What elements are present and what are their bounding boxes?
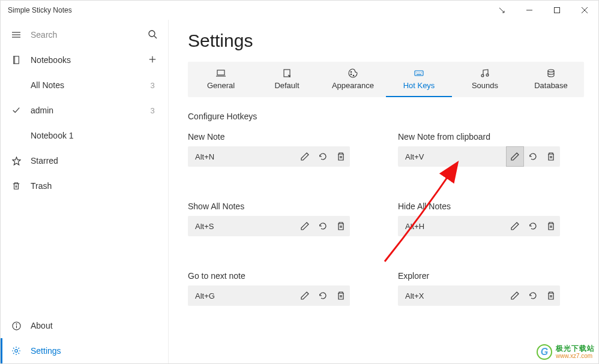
tab-hotkeys[interactable]: Hot Keys [386,62,452,97]
svg-line-8 [154,36,157,38]
hotkey-value: Alt+S [188,222,296,231]
edit-icon[interactable] [296,285,314,306]
hotkey-row: Alt+H [398,216,560,236]
hotkeys-grid: New Note Alt+N New Note from clipboard A… [188,132,560,306]
svg-point-20 [351,74,352,75]
edit-icon[interactable] [506,216,524,236]
tab-label: Default [274,81,299,90]
svg-point-21 [353,75,354,76]
search-placeholder: Search [31,30,146,40]
hotkey-new-note: New Note Alt+N [188,132,350,167]
search-row[interactable]: Search [1,22,168,47]
search-icon[interactable] [146,29,158,41]
tab-label: Database [534,81,568,90]
edit-icon[interactable] [506,146,524,167]
laptop-icon [215,68,226,79]
hotkey-label: New Note from clipboard [398,132,560,142]
hotkey-row: Alt+V [398,146,560,167]
add-notebook-icon[interactable] [146,55,158,65]
edit-icon[interactable] [296,216,314,236]
svg-rect-17 [217,70,224,75]
hotkey-label: New Note [188,132,350,142]
reset-icon[interactable] [524,216,542,236]
delete-icon[interactable] [542,216,560,236]
section-label: Configure Hotkeys [188,112,584,121]
svg-point-7 [149,31,155,37]
reset-icon[interactable] [524,285,542,306]
edit-icon[interactable] [506,285,524,306]
hotkey-label: Show All Notes [188,201,350,211]
hotkey-label: Go to next note [188,271,350,281]
delete-icon[interactable] [542,285,560,306]
delete-icon[interactable] [332,285,350,306]
hotkey-row: Alt+X [398,285,560,306]
tab-database[interactable]: Database [518,62,584,97]
admin-count: 3 [146,106,158,115]
notebooks-label: Notebooks [31,55,146,65]
titlebar: Simple Sticky Notes [1,1,598,20]
note-icon [281,68,292,79]
svg-rect-22 [415,71,423,76]
minimize-button[interactable] [516,1,543,20]
hotkey-explorer: Explorer Alt+X [398,271,560,306]
tab-sounds[interactable]: Sounds [452,62,518,97]
all-notes-count: 3 [146,81,158,90]
hotkey-row: Alt+S [188,216,350,236]
tab-default[interactable]: Default [254,62,320,97]
sidebar: Search Notebooks All Notes 3 admin 3 [1,20,169,363]
sidebar-item-about[interactable]: About [1,313,168,338]
settings-label: Settings [31,346,158,356]
sidebar-item-starred[interactable]: Starred [1,148,168,173]
tab-general[interactable]: General [188,62,254,97]
reset-icon[interactable] [314,216,332,236]
admin-label: admin [31,106,146,115]
star-icon [10,157,22,166]
keyboard-icon [414,68,424,79]
edit-icon[interactable] [296,146,314,167]
hotkey-value: Alt+G [188,291,296,300]
hotkey-label: Hide All Notes [398,201,560,211]
watermark-line2: www.xz7.com [556,353,595,359]
close-button[interactable] [571,1,598,20]
sidebar-item-settings[interactable]: Settings [1,338,168,363]
diagonal-arrow-icon[interactable] [488,1,516,20]
watermark: G 极光下载站 www.xz7.com [537,344,595,360]
hotkey-show-all: Show All Notes Alt+S [188,201,350,236]
notebook1-label: Notebook 1 [31,131,146,140]
svg-rect-1 [555,8,560,13]
reset-icon[interactable] [314,146,332,167]
sidebar-item-admin[interactable]: admin 3 [1,98,168,123]
all-notes-label: All Notes [31,80,146,90]
hotkey-value: Alt+X [398,291,506,300]
sidebar-item-trash[interactable]: Trash [1,173,168,198]
svg-point-19 [351,71,352,73]
hamburger-icon[interactable] [10,30,22,40]
hotkey-value: Alt+V [398,152,506,161]
hotkey-label: Explorer [398,271,560,281]
svg-point-15 [16,323,17,324]
window-title: Simple Sticky Notes [8,6,72,14]
hotkey-row: Alt+G [188,285,350,306]
database-icon [546,68,556,79]
reset-icon[interactable] [524,146,542,167]
tab-appearance[interactable]: Appearance [320,62,386,97]
hotkey-value: Alt+N [188,152,296,161]
svg-point-30 [548,70,554,72]
svg-point-16 [15,350,18,353]
maximize-button[interactable] [543,1,571,20]
window-controls [488,1,598,20]
trash-label: Trash [31,181,158,191]
delete-icon[interactable] [332,216,350,236]
tab-label: Sounds [472,81,498,90]
delete-icon[interactable] [542,146,560,167]
music-icon [480,68,490,79]
delete-icon[interactable] [332,146,350,167]
sidebar-item-all-notes[interactable]: All Notes 3 [1,73,168,98]
info-icon [10,321,22,330]
hotkey-next-note: Go to next note Alt+G [188,271,350,306]
sidebar-item-notebooks[interactable]: Notebooks [1,47,168,73]
reset-icon[interactable] [314,285,332,306]
sidebar-item-notebook1[interactable]: Notebook 1 [1,123,168,148]
tab-label: Appearance [332,81,374,90]
notebook-icon [10,56,22,64]
